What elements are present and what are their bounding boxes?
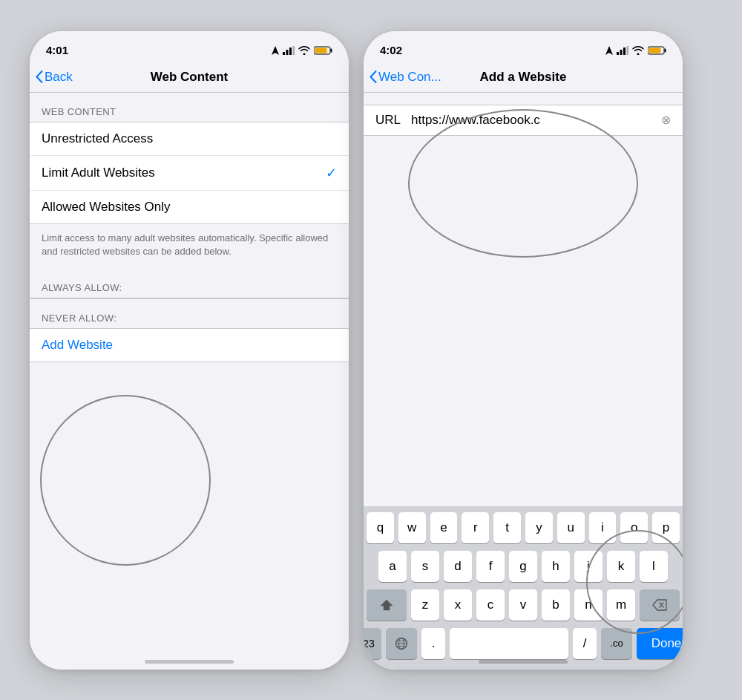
- keyboard-row-4: 123 . / .co Done: [367, 628, 680, 659]
- key-j[interactable]: j: [574, 551, 603, 582]
- key-n[interactable]: n: [574, 589, 603, 621]
- key-c[interactable]: c: [476, 589, 505, 621]
- location-icon: [272, 46, 279, 55]
- keyboard-row-2: a s d f g h j k l: [367, 551, 680, 582]
- right-back-chevron-icon: [370, 71, 377, 83]
- right-back-label: Web Con...: [378, 70, 441, 85]
- key-y[interactable]: y: [525, 512, 553, 543]
- key-dot[interactable]: .: [421, 628, 445, 659]
- key-dotco[interactable]: .co: [601, 628, 632, 659]
- key-slash[interactable]: /: [573, 628, 597, 659]
- svg-rect-2: [289, 48, 292, 55]
- left-time: 4:01: [46, 44, 68, 56]
- key-x[interactable]: x: [444, 589, 472, 621]
- right-location-icon: [605, 46, 613, 55]
- svg-rect-6: [315, 48, 327, 53]
- key-f[interactable]: f: [476, 551, 505, 582]
- key-p[interactable]: p: [652, 512, 680, 543]
- globe-icon: [395, 637, 408, 650]
- key-t[interactable]: t: [493, 512, 521, 543]
- limit-adult-websites-label: Limit Adult Websites: [42, 166, 155, 180]
- url-input[interactable]: [411, 113, 652, 128]
- svg-rect-9: [623, 48, 626, 55]
- key-g[interactable]: g: [509, 551, 537, 582]
- shift-icon: [380, 598, 393, 612]
- key-a[interactable]: a: [378, 551, 407, 582]
- web-content-section-header: WEB CONTENT: [30, 93, 349, 122]
- key-s[interactable]: s: [411, 551, 439, 582]
- wifi-icon: [298, 46, 310, 55]
- url-field-row[interactable]: URL ⊗: [364, 105, 683, 136]
- keyboard-row-3: z x c v b n m: [367, 589, 680, 621]
- description-text: Limit access to many adult websites auto…: [30, 224, 349, 269]
- battery-icon: [314, 46, 332, 55]
- key-q[interactable]: q: [367, 512, 394, 543]
- checkmark-icon: ✓: [326, 165, 337, 181]
- add-website-button[interactable]: Add Website: [30, 329, 349, 362]
- key-b[interactable]: b: [542, 589, 570, 621]
- key-o[interactable]: o: [620, 512, 648, 543]
- key-space[interactable]: [450, 628, 568, 659]
- add-website-label: Add Website: [42, 338, 113, 353]
- svg-rect-10: [627, 46, 629, 55]
- svg-rect-1: [286, 50, 289, 55]
- right-screen: Web Con... Add a Website URL ⊗ q w e r t…: [364, 64, 683, 670]
- key-delete[interactable]: [640, 589, 680, 621]
- right-time: 4:02: [380, 44, 402, 56]
- svg-rect-5: [331, 48, 332, 52]
- nav-title-right: Add a Website: [480, 70, 567, 85]
- keyboard-row-1: q w e r t y u i o p: [367, 512, 680, 543]
- svg-rect-8: [620, 50, 623, 55]
- key-globe[interactable]: [386, 628, 417, 659]
- right-phone: 4:02 Web C: [364, 31, 683, 670]
- left-status-bar: 4:01: [30, 31, 349, 64]
- done-button[interactable]: Done: [637, 628, 683, 659]
- web-content-options: Unrestricted Access Limit Adult Websites…: [30, 122, 349, 224]
- svg-rect-12: [665, 48, 666, 52]
- keyboard: q w e r t y u i o p a s d f g h j k: [364, 506, 683, 670]
- key-h[interactable]: h: [542, 551, 570, 582]
- key-v[interactable]: v: [509, 589, 537, 621]
- empty-space: [364, 136, 683, 284]
- left-content: WEB CONTENT Unrestricted Access Limit Ad…: [30, 93, 349, 670]
- back-chevron-icon: [36, 71, 43, 83]
- left-back-button[interactable]: Back: [36, 70, 73, 85]
- always-allow-header: ALWAYS ALLOW:: [30, 269, 349, 298]
- right-wifi-icon: [632, 46, 644, 55]
- left-status-icons: [272, 46, 332, 55]
- never-allow-header: NEVER ALLOW:: [30, 299, 349, 328]
- unrestricted-access-option[interactable]: Unrestricted Access: [30, 122, 349, 156]
- key-z[interactable]: z: [411, 589, 439, 621]
- svg-rect-13: [649, 48, 661, 53]
- right-home-indicator: [479, 660, 568, 664]
- signal-icon: [283, 46, 295, 55]
- key-r[interactable]: r: [462, 512, 489, 543]
- nav-title-left: Web Content: [151, 70, 229, 85]
- key-i[interactable]: i: [589, 512, 617, 543]
- key-e[interactable]: e: [430, 512, 458, 543]
- never-allow-section: NEVER ALLOW: Add Website: [30, 299, 349, 362]
- key-l[interactable]: l: [640, 551, 668, 582]
- right-signal-icon: [617, 46, 628, 55]
- clear-url-button[interactable]: ⊗: [661, 113, 671, 127]
- svg-rect-3: [293, 46, 295, 55]
- key-k[interactable]: k: [607, 551, 635, 582]
- svg-rect-0: [283, 52, 285, 55]
- key-shift[interactable]: [367, 589, 407, 621]
- key-m[interactable]: m: [607, 589, 635, 621]
- key-123[interactable]: 123: [364, 628, 381, 659]
- key-w[interactable]: w: [398, 512, 426, 543]
- delete-icon: [652, 599, 667, 611]
- allowed-websites-only-option[interactable]: Allowed Websites Only: [30, 191, 349, 223]
- back-label: Back: [45, 70, 73, 85]
- key-d[interactable]: d: [444, 551, 472, 582]
- spacer: [364, 93, 683, 105]
- right-status-bar: 4:02: [364, 31, 683, 64]
- right-back-button[interactable]: Web Con...: [370, 70, 441, 85]
- unrestricted-access-label: Unrestricted Access: [42, 131, 153, 146]
- key-u[interactable]: u: [557, 512, 585, 543]
- right-nav-bar: Web Con... Add a Website: [364, 64, 683, 93]
- right-battery-icon: [648, 46, 666, 55]
- limit-adult-websites-option[interactable]: Limit Adult Websites ✓: [30, 156, 349, 191]
- right-status-icons: [605, 46, 666, 55]
